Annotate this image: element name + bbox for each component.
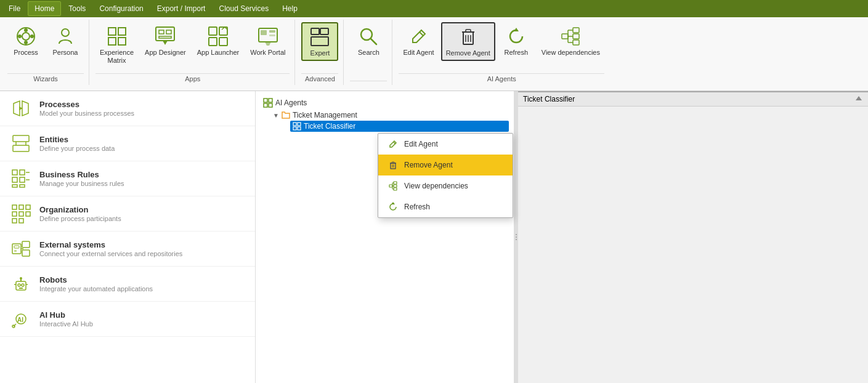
context-menu-view-dependencies[interactable]: View dependencies	[378, 175, 513, 196]
svg-rect-92	[298, 123, 301, 126]
svg-marker-36	[514, 28, 519, 31]
advanced-group-label: Advanced	[301, 73, 338, 85]
persona-icon	[54, 25, 76, 47]
svg-point-81	[20, 277, 22, 280]
ribbon-btn-remove-agent[interactable]: Remove Agent	[441, 22, 495, 61]
experience-matrix-label: ExperienceMatrix	[100, 49, 134, 65]
persona-label: Persona	[53, 49, 78, 57]
svg-rect-74	[22, 250, 30, 256]
robots-text: Robots Integrate your automated applicat…	[39, 275, 153, 292]
ribbon-btn-refresh[interactable]: Refresh	[498, 22, 535, 60]
svg-rect-94	[298, 127, 301, 130]
svg-rect-17	[209, 38, 217, 46]
search-group-label	[350, 81, 387, 85]
sidebar-item-external-systems[interactable]: External systems Connect your external s…	[0, 232, 255, 267]
svg-marker-110	[391, 202, 395, 204]
ribbon-group-search: Search	[345, 20, 392, 85]
work-portal-icon	[257, 25, 279, 47]
menu-home[interactable]: Home	[28, 1, 61, 16]
menu-file[interactable]: File	[2, 2, 26, 15]
entities-icon	[10, 132, 32, 155]
menu-configuration[interactable]: Configuration	[93, 2, 149, 15]
svg-rect-91	[293, 123, 296, 126]
external-systems-desc: Connect your external services and repos…	[39, 250, 182, 257]
context-menu-refresh[interactable]: Refresh	[378, 196, 513, 217]
process-icon	[15, 25, 37, 47]
business-rules-desc: Manage your business rules	[39, 180, 124, 187]
svg-rect-59	[20, 185, 25, 187]
context-menu: Edit Agent Remove Agent	[378, 133, 513, 218]
sidebar-item-business-rules[interactable]: Business Rules Manage your business rule…	[0, 161, 255, 196]
tree-folder-ticket-management[interactable]: ▼ Ticket Management	[270, 110, 509, 121]
splitter-dot-3	[516, 239, 517, 240]
svg-rect-54	[12, 170, 17, 175]
ribbon-btn-expert[interactable]: Expert	[301, 22, 338, 61]
svg-rect-38	[573, 34, 579, 39]
ai-agents-tree-icon	[263, 98, 273, 108]
context-menu-remove-agent[interactable]: Remove Agent	[378, 155, 513, 175]
svg-marker-46	[14, 101, 20, 116]
entities-text: Entities Define your process data	[39, 135, 115, 152]
context-deps-icon	[387, 180, 399, 192]
ribbon-btn-app-designer[interactable]: App Designer	[140, 22, 190, 60]
svg-rect-58	[12, 185, 17, 187]
organization-title: Organization	[39, 205, 121, 214]
sidebar-item-ai-hub[interactable]: AI AI Hub Interactive AI Hub	[0, 302, 255, 337]
robots-icon	[10, 273, 32, 295]
svg-rect-66	[12, 219, 17, 223]
ribbon-btn-edit-agent[interactable]: Edit Agent	[399, 22, 438, 60]
processes-text: Processes Model your business processes	[39, 100, 134, 117]
ribbon-group-ai-agents: Edit Agent Remove Agent	[394, 20, 609, 85]
remove-agent-icon	[457, 26, 479, 48]
external-systems-title: External systems	[39, 240, 182, 249]
sidebar-item-organization[interactable]: Organization Define process participants	[0, 196, 255, 232]
sidebar-item-robots[interactable]: Robots Integrate your automated applicat…	[0, 267, 255, 302]
ribbon-btn-experience-matrix[interactable]: ExperienceMatrix	[95, 22, 138, 68]
menu-export-import[interactable]: Export / Import	[151, 2, 212, 15]
processes-icon	[10, 97, 32, 119]
splitter-dot-1	[516, 234, 517, 235]
svg-rect-88	[269, 99, 272, 102]
expert-label: Expert	[310, 49, 330, 57]
ribbon-btn-search[interactable]: Search	[350, 22, 387, 60]
svg-point-5	[30, 34, 34, 38]
tree-item-ticket-classifier[interactable]: Ticket Classifier	[290, 121, 509, 132]
svg-rect-104	[389, 185, 392, 187]
organization-icon	[10, 203, 32, 225]
search-label: Search	[358, 49, 379, 57]
menu-help[interactable]: Help	[276, 2, 304, 15]
detail-title: Ticket Classifier	[523, 95, 575, 103]
svg-rect-96	[391, 163, 395, 169]
ribbon-btn-view-dependencies[interactable]: View dependencies	[537, 22, 604, 60]
context-menu-edit-agent[interactable]: Edit Agent	[378, 134, 513, 155]
sidebar-item-entities[interactable]: Entities Define your process data	[0, 126, 255, 161]
svg-marker-47	[22, 101, 28, 116]
svg-rect-51	[13, 145, 29, 151]
svg-rect-69	[26, 212, 30, 216]
menu-tools[interactable]: Tools	[62, 2, 92, 15]
ribbon-btn-app-launcher[interactable]: App Launcher	[193, 22, 244, 60]
ribbon-btn-work-portal[interactable]: Work Portal	[246, 22, 290, 60]
ai-hub-desc: Interactive AI Hub	[39, 320, 93, 328]
ai-agents-group-label: AI Agents	[399, 73, 604, 85]
context-trash-icon	[387, 159, 399, 171]
svg-rect-79	[19, 288, 23, 289]
entities-title: Entities	[39, 135, 115, 144]
svg-rect-25	[320, 28, 328, 34]
remove-agent-label: Remove Agent	[446, 49, 490, 57]
agent-icon	[293, 122, 301, 131]
svg-rect-14	[159, 36, 171, 38]
svg-rect-71	[14, 246, 19, 248]
svg-rect-18	[219, 38, 227, 46]
business-rules-icon	[10, 167, 32, 190]
tree-root-label: AI Agents	[275, 99, 307, 107]
detail-header: Ticket Classifier	[518, 92, 868, 107]
svg-rect-12	[159, 30, 164, 34]
ribbon-btn-process[interactable]: Process	[7, 22, 44, 60]
refresh-label: Refresh	[505, 49, 529, 57]
ribbon-btn-persona[interactable]: Persona	[47, 22, 84, 60]
sidebar-item-processes[interactable]: Processes Model your business processes	[0, 91, 255, 126]
menu-cloud-services[interactable]: Cloud Services	[213, 2, 275, 15]
context-edit-label: Edit Agent	[404, 140, 438, 148]
ribbon-group-apps: ExperienceMatrix App Designer	[91, 20, 295, 85]
